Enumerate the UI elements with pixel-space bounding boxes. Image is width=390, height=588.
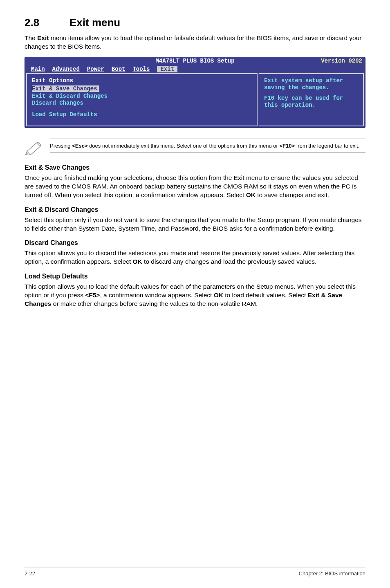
discard-ok: OK: [133, 258, 142, 265]
bios-item-save[interactable]: Exit & Save Changes: [32, 85, 99, 92]
intro-paragraph: The Exit menu items allow you to load th…: [25, 34, 365, 51]
bios-item-load-defaults[interactable]: Load Setup Defaults: [32, 111, 252, 118]
note-block: Pressing <Esc> does not immediately exit…: [25, 139, 365, 157]
bios-screenshot: M4A78LT PLUS BIOS Setup Version 0202 Mai…: [25, 57, 365, 128]
save-ok: OK: [246, 191, 256, 198]
bios-item-discard[interactable]: Discard Changes: [32, 100, 252, 106]
note-esc-key: <Esc>: [72, 143, 87, 149]
section-heading: 2.8Exit menu: [25, 16, 365, 29]
note-text: Pressing <Esc> does not immediately exit…: [50, 142, 365, 150]
note-post: from the legend bar to exit.: [295, 143, 359, 149]
load-f5: <F5>: [85, 292, 100, 298]
load-ok: OK: [214, 292, 223, 298]
bios-side-panel: Exit system setup after saving the chang…: [259, 73, 364, 126]
discard-post: to discard any changes and load the prev…: [142, 258, 317, 265]
tab-tools[interactable]: Tools: [132, 66, 150, 72]
body-exit-save: Once you are finished making your select…: [25, 174, 365, 200]
note-pencil-icon: [25, 139, 43, 157]
tab-exit[interactable]: Exit: [157, 66, 177, 72]
bios-tab-bar: Main Advanced Power Boot Tools Exit: [25, 66, 365, 73]
intro-pre: The: [25, 34, 37, 41]
heading-load-defaults: Load Setup Defaults: [25, 273, 365, 280]
save-post: to save changes and exit.: [256, 191, 329, 198]
note-mid: does not immediately exit this menu. Sel…: [88, 143, 280, 149]
load-3: to load default values. Select: [223, 292, 308, 298]
intro-post: menu items allow you to load the optimal…: [25, 34, 362, 50]
body-discard: This option allows you to discard the se…: [25, 249, 365, 266]
bios-title: M4A78LT PLUS BIOS Setup: [25, 58, 365, 64]
tab-power[interactable]: Power: [87, 66, 104, 72]
heading-exit-discard: Exit & Discard Changes: [25, 206, 365, 213]
footer-page: 2-22: [25, 570, 35, 577]
bios-help-line1: Exit system setup after saving the chang…: [264, 77, 358, 92]
note-pre: Pressing: [50, 143, 72, 149]
bios-help-line2: F10 key can be used for this operation.: [264, 95, 358, 109]
footer-chapter: Chapter 2: BIOS information: [299, 570, 365, 577]
tab-advanced[interactable]: Advanced: [52, 66, 80, 72]
bios-version: Version 0202: [321, 58, 362, 64]
load-4: or make other changes before saving the …: [51, 300, 258, 307]
note-f10-key: <F10>: [280, 143, 295, 149]
section-number: 2.8: [25, 16, 69, 29]
body-exit-discard: Select this option only if you do not wa…: [25, 216, 365, 233]
tab-boot[interactable]: Boot: [112, 66, 126, 72]
body-load-defaults: This option allows you to load the defau…: [25, 283, 365, 308]
load-2: , a confirmation window appears. Select: [100, 292, 213, 298]
bios-main-panel: Exit Options Exit & Save Changes Exit & …: [26, 73, 258, 126]
heading-exit-save: Exit & Save Changes: [25, 164, 365, 171]
section-title-text: Exit menu: [69, 16, 120, 29]
page-footer: 2-22 Chapter 2: BIOS information: [25, 568, 365, 577]
tab-main[interactable]: Main: [31, 66, 45, 72]
heading-discard: Discard Changes: [25, 239, 365, 247]
bios-item-discard-exit[interactable]: Exit & Discard Changes: [32, 93, 252, 99]
intro-bold: Exit: [37, 34, 49, 41]
bios-exit-options-heading: Exit Options: [32, 77, 252, 84]
